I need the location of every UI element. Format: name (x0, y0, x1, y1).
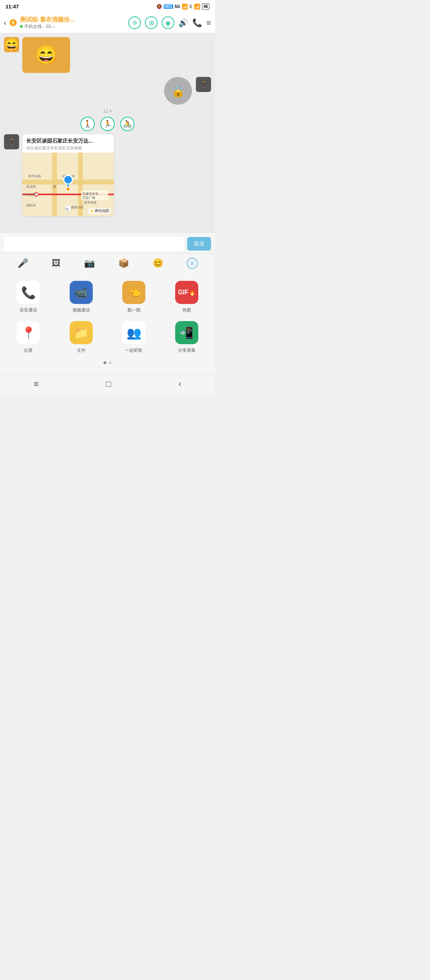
svg-text:跃: 跃 (53, 185, 57, 188)
hearing-icon[interactable]: 🔊 (178, 18, 188, 27)
toolbar-row: 🎤 🖼 📷 📦 😊 ✕ (0, 253, 215, 273)
page-dots (4, 361, 211, 364)
svg-text:谈固小区: 谈固小区 (71, 206, 84, 209)
map-card[interactable]: 长安区谈固石家庄长安万达... 河北省石家庄市长安区北宋南路 和平东路 (22, 134, 114, 216)
video-call-icon-box: 📹 (70, 281, 93, 304)
fire-icon: 🔥 (189, 289, 195, 296)
battery-indicator: 46 (202, 4, 209, 10)
location-item[interactable]: 📍 位置 (4, 321, 53, 353)
move-icon-button[interactable]: ✛ (128, 16, 141, 29)
online-dot (20, 25, 23, 28)
chat-title-area: 测试组-素衣清颜汾... 手机在线 - 2G › (20, 16, 125, 29)
emoji-face-icon: 😄 (4, 37, 19, 52)
move-icon: ✛ (132, 19, 137, 27)
message-row: 😄 😄 (4, 37, 211, 73)
walk-icon: 🚶 (83, 120, 92, 128)
back-button[interactable]: ‹ (4, 19, 6, 27)
map-message-row: 🕴 长安区谈固石家庄长安万达... 河北省石家庄市长安区北宋南路 (4, 134, 211, 216)
chat-area: 😄 😄 🔒 🕴 11:4 🚶 🏃 🚴 (0, 33, 215, 232)
svg-text:煤机街: 煤机街 (26, 204, 36, 207)
svg-text:万达广场: 万达广场 (82, 196, 95, 200)
gif-icon: GIF (178, 289, 189, 296)
tencent-map-logo: ⚡ (90, 209, 94, 213)
input-area: 发送 (0, 232, 215, 253)
music-icon-box: 👥 (122, 321, 145, 344)
hot-gif-item[interactable]: GIF 🔥 热图 (162, 281, 211, 313)
notify-off-icon: 🔕 (156, 4, 162, 9)
signal-e-icon: E (190, 4, 192, 9)
location-label: 位置 (24, 347, 33, 353)
nav-menu-button[interactable]: ≡ (33, 379, 39, 389)
screen-share-action-icon: 📲 (180, 326, 194, 339)
screen-share-icon: ⊞ (149, 19, 154, 27)
image-message[interactable]: 😄 (22, 37, 70, 73)
menu-icon[interactable]: ≡ (206, 18, 211, 27)
action-grid-wrap: 📞 语音通话 📹 视频通话 👈 戳一戳 GIF 🔥 热图 (0, 273, 215, 374)
unread-badge: 6 (10, 19, 17, 26)
avatar-map-sender: 🕴 (4, 134, 19, 149)
send-button[interactable]: 发送 (187, 237, 211, 251)
file-item[interactable]: 📁 文件 (57, 321, 106, 353)
file-label: 文件 (77, 347, 86, 353)
bike-icon: 🚴 (123, 120, 132, 128)
map-canvas: 和平东路 谈固大街 跃进路 跃 中山东路 煤机街 裕华东路 石家庄长安 万达广场… (22, 153, 114, 216)
map-svg: 和平东路 谈固大街 跃进路 跃 中山东路 煤机街 裕华东路 石家庄长安 万达广场… (22, 153, 114, 216)
lock-bubble[interactable]: 🔒 (164, 77, 192, 105)
location-icon-button[interactable]: ◉ (162, 16, 174, 29)
top-bar-actions: ✛ ⊞ ◉ 🔊 📞 ≡ (128, 16, 211, 29)
close-icon: ✕ (190, 260, 195, 267)
suit-icon: 🕴 (198, 79, 209, 90)
map-card-subtitle: 河北省石家庄市长安区北宋南路 (26, 145, 110, 151)
signal-bars-icon: 📶 (182, 4, 188, 10)
action-grid-row1: 📞 语音通话 📹 视频通话 👈 戳一戳 GIF 🔥 热图 (4, 281, 211, 313)
location-icon-box: 📍 (17, 321, 40, 344)
map-brand-label: 腾讯地图 (95, 208, 109, 214)
status-time: 11:47 (6, 4, 19, 10)
lock-message-row: 🔒 🕴 (4, 77, 211, 105)
hd1-label: HD1 (164, 4, 173, 9)
bottom-nav: ≡ □ ‹ (0, 374, 215, 396)
bike-icon-button[interactable]: 🚴 (120, 117, 135, 131)
screen-share-icon-button[interactable]: ⊞ (145, 16, 158, 29)
screen-share-icon-box: 📲 (175, 321, 198, 344)
emoji-icon[interactable]: 😊 (152, 258, 163, 269)
camera-icon[interactable]: 📷 (84, 258, 95, 269)
file-icon-box: 📁 (70, 321, 93, 344)
video-call-item[interactable]: 📹 视频通话 (57, 281, 106, 313)
music-label: 一起听歌 (125, 347, 143, 353)
top-bar: ‹ 6 测试组-素衣清颜汾... 手机在线 - 2G › ✛ ⊞ ◉ 🔊 📞 ≡ (0, 13, 215, 33)
location-icon: ◉ (165, 19, 171, 27)
chat-title: 测试组-素衣清颜汾... (20, 16, 100, 24)
suit-avatar-icon: 🕴 (6, 137, 17, 147)
svg-text:跃进路: 跃进路 (26, 185, 36, 188)
image-picker-icon[interactable]: 🖼 (52, 258, 61, 269)
svg-point-19 (64, 175, 72, 184)
status-text: 手机在线 - 2G (24, 24, 51, 29)
album-icon[interactable]: 📦 (118, 258, 129, 269)
avatar-left: 😄 (4, 37, 19, 52)
phone-icon[interactable]: 📞 (192, 18, 202, 27)
nav-home-button[interactable]: □ (106, 379, 111, 389)
poke-item[interactable]: 👈 戳一戳 (109, 281, 158, 313)
file-icon: 📁 (74, 326, 88, 340)
close-panel-button[interactable]: ✕ (187, 258, 198, 269)
chat-status: 手机在线 - 2G › (20, 24, 125, 29)
microphone-icon[interactable]: 🎤 (18, 258, 28, 269)
screen-share-label: 分享屏幕 (178, 347, 195, 353)
nav-back-button[interactable]: ‹ (178, 379, 181, 389)
svg-point-21 (66, 187, 70, 191)
music-item[interactable]: 👥 一起听歌 (109, 321, 158, 353)
page-dot-2 (109, 361, 111, 364)
voice-call-item[interactable]: 📞 语音通话 (4, 281, 53, 313)
message-input[interactable] (4, 237, 184, 251)
hot-gif-icon-box: GIF 🔥 (175, 281, 198, 304)
svg-rect-2 (52, 153, 57, 216)
walk-icon-button[interactable]: 🚶 (80, 117, 95, 131)
voice-call-icon-box: 📞 (17, 281, 40, 304)
run-icon-button[interactable]: 🏃 (100, 117, 115, 131)
timestamp: 11:4 (4, 109, 211, 114)
status-bar: 11:47 🔕 HD1 5G 📶 E 📶 46 (0, 0, 215, 13)
screen-share-item[interactable]: 📲 分享屏幕 (162, 321, 211, 353)
lock-icon: 🔒 (171, 84, 185, 98)
action-grid-row2: 📍 位置 📁 文件 👥 一起听歌 📲 分享屏幕 (4, 321, 211, 353)
